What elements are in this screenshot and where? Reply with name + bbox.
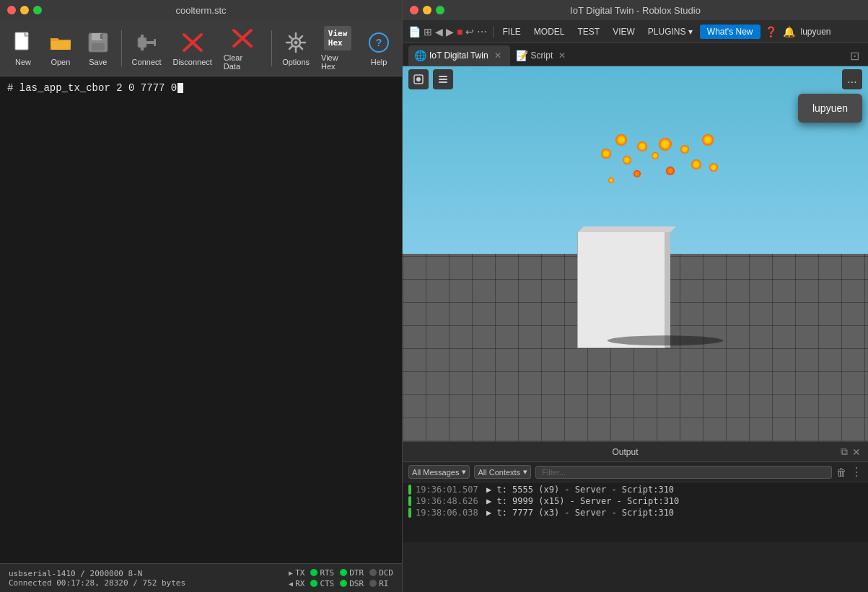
ri-indicator: RI (369, 579, 388, 588)
particle-6 (702, 134, 714, 146)
log-indicator-3 (408, 508, 411, 518)
clear-output-icon[interactable]: 🗑 (836, 467, 846, 478)
3d-block (578, 232, 665, 348)
viewport-toolbar (408, 69, 453, 89)
help-button[interactable]: ? Help (361, 27, 396, 69)
tab-script-label: Script (531, 50, 553, 61)
roblox-maximize-button[interactable] (436, 6, 444, 14)
stop-icon[interactable]: ■ (457, 26, 463, 37)
roblox-close-button[interactable] (410, 6, 418, 14)
filter-input[interactable] (535, 466, 832, 479)
tx-indicator: ▶ TX (289, 568, 304, 578)
status-info: usbserial-1410 / 2000000 8-N Connected 0… (9, 569, 185, 588)
output-popout-icon[interactable]: ⧉ (841, 446, 848, 458)
particle-9 (691, 159, 701, 169)
connect-button[interactable]: Connect (128, 27, 166, 69)
coolterm-title: coolterm.stc (175, 5, 226, 16)
roblox-menubar: 📄 ⊞ ◀ ▶ ■ ↩ ⋯ FILE MODEL TEST VIEW PLUGI… (403, 20, 868, 43)
menubar-sep (493, 26, 494, 37)
back-icon[interactable]: ◀ (435, 26, 443, 37)
open-button[interactable]: Open (43, 27, 78, 69)
whats-new-button[interactable]: What's New (700, 25, 760, 39)
menu-home[interactable]: FILE (496, 24, 526, 40)
menu-plugins[interactable]: PLUGINS ▾ (642, 24, 698, 40)
new-icon (10, 30, 36, 56)
help-badge: ? (369, 32, 389, 53)
output-more-icon[interactable]: ⋮ (851, 465, 862, 479)
undo-icon[interactable]: ↩ (465, 26, 474, 37)
dcd-indicator: DCD (369, 568, 393, 578)
viewhex-button[interactable]: View Hex View Hex (317, 22, 359, 74)
cleardata-icon (229, 25, 255, 51)
dcd-led (369, 569, 377, 576)
output-close-icon[interactable]: ✕ (852, 446, 861, 458)
3d-viewport-scene (403, 66, 868, 441)
roblox-minimize-button[interactable] (423, 6, 431, 14)
port-info: usbserial-1410 / 2000000 8-N (9, 569, 185, 578)
menu-model[interactable]: MODEL (528, 24, 571, 40)
help-circle-icon[interactable]: ❓ (762, 26, 780, 37)
connection-info: Connected 00:17:28, 28320 / 752 bytes (9, 578, 185, 588)
options-button[interactable]: Options (278, 27, 314, 69)
terminal-area[interactable]: # las_app_tx_cbor 2 0 7777 0 (0, 76, 402, 563)
log-timestamp-1: 19:36:01.507 (416, 485, 481, 495)
toolbar-separator-2 (271, 30, 272, 66)
tab-script-close[interactable]: ✕ (558, 50, 566, 61)
roblox-tabs: 🌐 IoT Digital Twin ✕ 📝 Script ✕ ⊡ (403, 43, 868, 66)
log-content-1: ▶ t: 5555 (x9) - Server - Script:310 (486, 485, 674, 495)
new-file-icon[interactable]: 📄 (408, 26, 421, 37)
particle-3 (659, 138, 672, 151)
user-account-button[interactable]: lupyuen (797, 25, 836, 38)
notifications-icon[interactable]: 🔔 (783, 26, 795, 37)
coolterm-toolbar: New Open (0, 20, 402, 76)
close-button[interactable] (7, 6, 16, 14)
menu-view[interactable]: VIEW (607, 24, 641, 40)
terminal-command: # las_app_tx_cbor 2 0 7777 0 (7, 82, 177, 94)
minimize-button[interactable] (20, 6, 29, 14)
grid-icon[interactable]: ⊞ (424, 26, 432, 37)
dsr-led (340, 580, 347, 587)
roblox-viewport[interactable]: ... lupyuen (403, 66, 868, 441)
maximize-button[interactable] (33, 6, 42, 14)
save-button[interactable]: Save (81, 27, 115, 69)
viewhex-icon: View Hex (325, 25, 351, 51)
particle-1 (615, 134, 627, 146)
menu-test[interactable]: TEST (572, 24, 606, 40)
tab-iot-close[interactable]: ✕ (494, 50, 501, 61)
particle-7 (623, 156, 631, 164)
contexts-filter-select[interactable]: All Contexts ▾ (474, 465, 531, 479)
log-content-3: ▶ t: 7777 (x3) - Server - Script:310 (486, 508, 674, 518)
particle-12 (709, 163, 718, 172)
dtr-indicator: DTR (340, 568, 364, 578)
output-header: Output ⧉ ✕ (403, 442, 868, 462)
viewport-more-button[interactable]: ... (842, 69, 862, 89)
redo-dots-icon[interactable]: ⋯ (477, 26, 487, 37)
contexts-filter-chevron: ▾ (523, 467, 527, 477)
log-line-3: 19:38:06.038 ▶ t: 7777 (x3) - Server - S… (403, 507, 868, 518)
rx-indicator: ◀ RX (289, 579, 304, 588)
cleardata-button[interactable]: Clear Data (219, 22, 266, 74)
viewport-home-btn[interactable] (408, 69, 429, 89)
log-content-2: ▶ t: 9999 (x15) - Server - Script:310 (486, 496, 679, 506)
svg-rect-8 (138, 37, 146, 48)
svg-rect-5 (92, 33, 102, 40)
disconnect-label: Disconnect (172, 58, 211, 66)
forward-icon[interactable]: ▶ (446, 26, 454, 37)
roblox-title: IoT Digital Twin - Roblox Studio (570, 5, 701, 16)
expand-tab-button[interactable]: ⊡ (847, 46, 862, 66)
tab-iot-digital-twin[interactable]: 🌐 IoT Digital Twin ✕ (408, 45, 510, 66)
messages-filter-select[interactable]: All Messages ▾ (408, 465, 470, 479)
tab-script[interactable]: 📝 Script ✕ (510, 45, 575, 66)
new-button[interactable]: New (6, 27, 40, 69)
roblox-studio-panel: IoT Digital Twin - Roblox Studio 📄 ⊞ ◀ ▶… (403, 0, 868, 592)
rx-label: RX (295, 579, 304, 588)
svg-point-28 (416, 77, 421, 81)
log-line-2: 19:36:48.626 ▶ t: 9999 (x15) - Server - … (403, 495, 868, 507)
particle-8 (652, 152, 659, 159)
cts-led (310, 580, 317, 587)
roblox-titlebar: IoT Digital Twin - Roblox Studio (403, 0, 868, 20)
log-indicator-1 (408, 485, 411, 495)
viewport-list-btn[interactable] (433, 69, 453, 89)
disconnect-button[interactable]: Disconnect (169, 27, 216, 69)
svg-rect-31 (439, 81, 447, 83)
